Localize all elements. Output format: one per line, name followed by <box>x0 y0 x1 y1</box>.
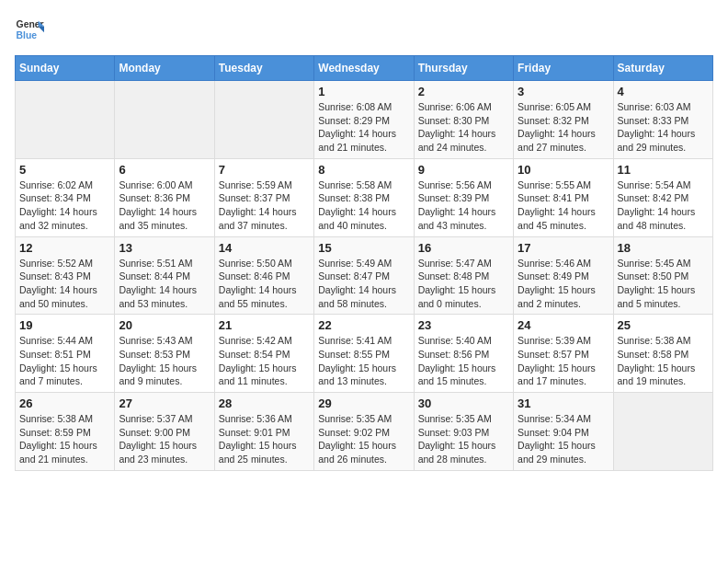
day-number: 4 <box>618 85 709 98</box>
calendar-cell: 28Sunrise: 5:36 AM Sunset: 9:01 PM Dayli… <box>214 393 313 471</box>
calendar-cell: 6Sunrise: 6:00 AM Sunset: 8:36 PM Daylig… <box>115 158 214 236</box>
calendar-week-row: 5Sunrise: 6:02 AM Sunset: 8:34 PM Daylig… <box>16 158 713 236</box>
day-info: Sunrise: 6:06 AM Sunset: 8:30 PM Dayligh… <box>418 100 509 155</box>
day-info: Sunrise: 5:58 AM Sunset: 8:38 PM Dayligh… <box>318 178 409 233</box>
weekday-header-tuesday: Tuesday <box>214 56 313 81</box>
day-number: 17 <box>518 241 609 255</box>
day-info: Sunrise: 6:00 AM Sunset: 8:36 PM Dayligh… <box>119 178 210 233</box>
day-number: 15 <box>318 241 409 255</box>
day-info: Sunrise: 5:44 AM Sunset: 8:51 PM Dayligh… <box>19 334 110 388</box>
weekday-header-row: SundayMondayTuesdayWednesdayThursdayFrid… <box>16 56 713 81</box>
day-info: Sunrise: 5:39 AM Sunset: 8:57 PM Dayligh… <box>518 334 609 388</box>
calendar-cell: 31Sunrise: 5:34 AM Sunset: 9:04 PM Dayli… <box>514 393 613 471</box>
day-info: Sunrise: 6:05 AM Sunset: 8:32 PM Dayligh… <box>518 100 609 155</box>
calendar-cell: 5Sunrise: 6:02 AM Sunset: 8:34 PM Daylig… <box>16 158 115 236</box>
day-info: Sunrise: 5:37 AM Sunset: 9:00 PM Dayligh… <box>119 412 210 466</box>
svg-text:Blue: Blue <box>17 30 38 40</box>
calendar-cell: 29Sunrise: 5:35 AM Sunset: 9:02 PM Dayli… <box>314 393 414 471</box>
day-number: 9 <box>418 163 509 177</box>
day-number: 10 <box>518 163 609 177</box>
day-info: Sunrise: 5:42 AM Sunset: 8:54 PM Dayligh… <box>219 334 310 388</box>
calendar-cell: 23Sunrise: 5:40 AM Sunset: 8:56 PM Dayli… <box>414 315 513 393</box>
day-number: 22 <box>318 318 409 332</box>
day-number: 24 <box>518 318 609 332</box>
day-info: Sunrise: 6:03 AM Sunset: 8:33 PM Dayligh… <box>618 100 709 155</box>
calendar-cell: 4Sunrise: 6:03 AM Sunset: 8:33 PM Daylig… <box>613 81 712 159</box>
day-info: Sunrise: 5:36 AM Sunset: 9:01 PM Dayligh… <box>219 412 310 466</box>
calendar-cell: 14Sunrise: 5:50 AM Sunset: 8:46 PM Dayli… <box>214 236 313 315</box>
calendar-cell: 25Sunrise: 5:38 AM Sunset: 8:58 PM Dayli… <box>613 315 712 393</box>
calendar-week-row: 12Sunrise: 5:52 AM Sunset: 8:43 PM Dayli… <box>16 236 713 315</box>
calendar-cell: 11Sunrise: 5:54 AM Sunset: 8:42 PM Dayli… <box>613 158 712 236</box>
calendar-cell: 20Sunrise: 5:43 AM Sunset: 8:53 PM Dayli… <box>115 315 214 393</box>
calendar-cell: 18Sunrise: 5:45 AM Sunset: 8:50 PM Dayli… <box>613 236 712 315</box>
day-info: Sunrise: 5:56 AM Sunset: 8:39 PM Dayligh… <box>418 178 509 233</box>
calendar-cell: 30Sunrise: 5:35 AM Sunset: 9:03 PM Dayli… <box>414 393 513 471</box>
calendar-cell: 9Sunrise: 5:56 AM Sunset: 8:39 PM Daylig… <box>414 158 513 236</box>
calendar-cell: 10Sunrise: 5:55 AM Sunset: 8:41 PM Dayli… <box>514 158 613 236</box>
day-info: Sunrise: 5:45 AM Sunset: 8:50 PM Dayligh… <box>618 257 709 311</box>
calendar-cell: 2Sunrise: 6:06 AM Sunset: 8:30 PM Daylig… <box>414 81 513 159</box>
day-info: Sunrise: 5:43 AM Sunset: 8:53 PM Dayligh… <box>119 334 210 388</box>
day-number: 21 <box>219 318 310 332</box>
calendar-cell: 17Sunrise: 5:46 AM Sunset: 8:49 PM Dayli… <box>514 236 613 315</box>
day-number: 12 <box>19 241 110 255</box>
calendar-cell: 24Sunrise: 5:39 AM Sunset: 8:57 PM Dayli… <box>514 315 613 393</box>
day-info: Sunrise: 5:38 AM Sunset: 8:59 PM Dayligh… <box>19 412 110 466</box>
calendar-cell: 22Sunrise: 5:41 AM Sunset: 8:55 PM Dayli… <box>314 315 414 393</box>
logo: General Blue <box>15 15 44 44</box>
weekday-header-friday: Friday <box>514 56 613 81</box>
day-number: 25 <box>618 318 709 332</box>
calendar-cell: 13Sunrise: 5:51 AM Sunset: 8:44 PM Dayli… <box>115 236 214 315</box>
day-info: Sunrise: 5:49 AM Sunset: 8:47 PM Dayligh… <box>318 257 409 311</box>
weekday-header-saturday: Saturday <box>613 56 712 81</box>
day-number: 29 <box>318 396 409 410</box>
day-number: 1 <box>318 85 409 98</box>
calendar-cell: 3Sunrise: 6:05 AM Sunset: 8:32 PM Daylig… <box>514 81 613 159</box>
day-info: Sunrise: 5:50 AM Sunset: 8:46 PM Dayligh… <box>219 257 310 311</box>
day-number: 5 <box>19 163 110 177</box>
day-number: 18 <box>618 241 709 255</box>
day-number: 14 <box>219 241 310 255</box>
calendar-cell <box>16 81 115 159</box>
calendar-body: 1Sunrise: 6:08 AM Sunset: 8:29 PM Daylig… <box>16 81 713 471</box>
logo-icon: General Blue <box>15 15 44 44</box>
weekday-header-monday: Monday <box>115 56 214 81</box>
day-number: 30 <box>418 396 509 410</box>
calendar-cell <box>214 81 313 159</box>
calendar-header: SundayMondayTuesdayWednesdayThursdayFrid… <box>16 56 713 81</box>
day-number: 11 <box>618 163 709 177</box>
day-number: 2 <box>418 85 509 98</box>
calendar-week-row: 1Sunrise: 6:08 AM Sunset: 8:29 PM Daylig… <box>16 81 713 159</box>
day-info: Sunrise: 5:52 AM Sunset: 8:43 PM Dayligh… <box>19 257 110 311</box>
day-number: 31 <box>518 396 609 410</box>
day-number: 19 <box>19 318 110 332</box>
day-number: 23 <box>418 318 509 332</box>
day-info: Sunrise: 5:55 AM Sunset: 8:41 PM Dayligh… <box>518 178 609 233</box>
day-info: Sunrise: 5:38 AM Sunset: 8:58 PM Dayligh… <box>618 334 709 388</box>
day-number: 20 <box>119 318 210 332</box>
day-info: Sunrise: 5:35 AM Sunset: 9:03 PM Dayligh… <box>418 412 509 466</box>
day-number: 7 <box>219 163 310 177</box>
calendar-week-row: 26Sunrise: 5:38 AM Sunset: 8:59 PM Dayli… <box>16 393 713 471</box>
calendar-cell <box>115 81 214 159</box>
weekday-header-wednesday: Wednesday <box>314 56 414 81</box>
day-number: 28 <box>219 396 310 410</box>
day-number: 13 <box>119 241 210 255</box>
day-info: Sunrise: 6:02 AM Sunset: 8:34 PM Dayligh… <box>19 178 110 233</box>
calendar-cell: 12Sunrise: 5:52 AM Sunset: 8:43 PM Dayli… <box>16 236 115 315</box>
day-info: Sunrise: 5:51 AM Sunset: 8:44 PM Dayligh… <box>119 257 210 311</box>
day-number: 6 <box>119 163 210 177</box>
calendar-week-row: 19Sunrise: 5:44 AM Sunset: 8:51 PM Dayli… <box>16 315 713 393</box>
calendar-cell: 27Sunrise: 5:37 AM Sunset: 9:00 PM Dayli… <box>115 393 214 471</box>
day-info: Sunrise: 5:34 AM Sunset: 9:04 PM Dayligh… <box>518 412 609 466</box>
weekday-header-sunday: Sunday <box>16 56 115 81</box>
calendar-cell: 19Sunrise: 5:44 AM Sunset: 8:51 PM Dayli… <box>16 315 115 393</box>
day-number: 16 <box>418 241 509 255</box>
calendar-cell: 26Sunrise: 5:38 AM Sunset: 8:59 PM Dayli… <box>16 393 115 471</box>
day-info: Sunrise: 5:59 AM Sunset: 8:37 PM Dayligh… <box>219 178 310 233</box>
day-info: Sunrise: 5:40 AM Sunset: 8:56 PM Dayligh… <box>418 334 509 388</box>
day-info: Sunrise: 6:08 AM Sunset: 8:29 PM Dayligh… <box>318 100 409 155</box>
calendar-cell: 21Sunrise: 5:42 AM Sunset: 8:54 PM Dayli… <box>214 315 313 393</box>
calendar-cell: 16Sunrise: 5:47 AM Sunset: 8:48 PM Dayli… <box>414 236 513 315</box>
